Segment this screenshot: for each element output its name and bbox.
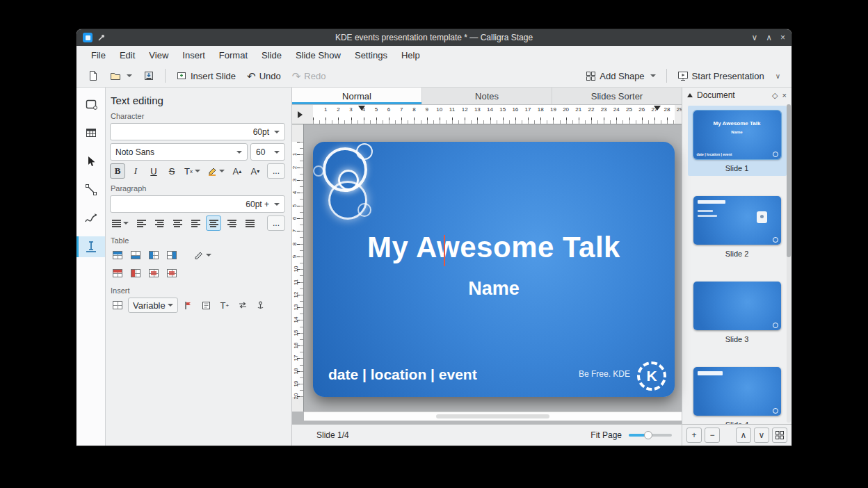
horizontal-scrollbar-thumb[interactable] (436, 414, 549, 418)
menu-edit[interactable]: Edit (113, 48, 141, 63)
underline-button[interactable]: U (146, 163, 161, 179)
new-document-button[interactable] (83, 67, 103, 84)
menu-view[interactable]: View (143, 48, 175, 63)
add-slide-button[interactable]: + (686, 428, 702, 443)
dock-scrollbar[interactable] (787, 104, 791, 423)
strikethrough-button[interactable]: S (164, 163, 179, 179)
insert-slide-button[interactable]: Insert Slide (172, 67, 240, 84)
more-paragraph-options-button[interactable]: ... (267, 215, 285, 231)
grow-font-button[interactable]: A▴ (230, 163, 245, 179)
font-family-select[interactable]: Noto Sans (110, 143, 248, 161)
basic-shape-tool[interactable] (77, 94, 105, 115)
swap-button[interactable] (235, 298, 250, 313)
highlight-color-button[interactable] (205, 163, 227, 179)
slide-title-text[interactable]: My Awesome Talk (313, 231, 675, 264)
zoom-mode-label[interactable]: Fit Page (590, 430, 622, 440)
document-dock-header[interactable]: Document ◇ × (682, 88, 791, 103)
thumbnail-slide-1[interactable]: My Awesome Talk Name date | location | e… (688, 106, 787, 176)
insert-row-below-button[interactable] (128, 247, 143, 263)
tab-slides-sorter[interactable]: Slides Sorter (552, 88, 682, 104)
delete-column-button[interactable] (128, 266, 143, 281)
freehand-path-tool[interactable] (77, 208, 105, 229)
close-button[interactable]: × (780, 33, 785, 42)
bookmark-button[interactable] (181, 298, 196, 313)
tab-notes[interactable]: Notes (422, 88, 552, 104)
slide-canvas[interactable]: 1234567891011121314151617181920 My Aweso… (292, 124, 682, 424)
font-size-select[interactable]: 60 (250, 143, 285, 161)
zoom-slider[interactable] (629, 434, 672, 437)
menu-settings[interactable]: Settings (348, 48, 394, 63)
thumbnail-slide-4[interactable]: Slide 4 (688, 362, 787, 424)
menu-help[interactable]: Help (395, 48, 426, 63)
start-presentation-button[interactable]: Start Presentation (673, 68, 769, 84)
slide-page[interactable]: My Awesome Talk Name date | location | e… (313, 142, 675, 397)
decrease-indent-button[interactable] (134, 215, 149, 231)
text-style-button[interactable]: Tx (182, 163, 202, 179)
split-cells-button[interactable] (164, 266, 179, 281)
slide-sorter-button[interactable] (772, 428, 787, 443)
undo-button[interactable]: ↶ Undo (243, 68, 285, 84)
merge-cells-button[interactable] (146, 266, 161, 281)
maximize-button[interactable]: ∧ (766, 33, 772, 42)
insert-column-left-button[interactable] (146, 247, 161, 263)
indent-marker-icon[interactable] (358, 106, 365, 111)
align-left-button[interactable] (188, 215, 203, 231)
insert-row-above-button[interactable] (110, 247, 125, 263)
align-justify-button[interactable] (242, 215, 257, 231)
more-character-options-button[interactable]: ... (267, 163, 285, 179)
special-character-button[interactable]: T+ (217, 298, 232, 313)
paragraph-style-select[interactable]: 60pt + (110, 195, 285, 213)
horizontal-scrollbar[interactable] (304, 412, 682, 421)
titlebar[interactable]: KDE events presentation template * — Cal… (77, 29, 791, 46)
tab-normal[interactable]: Normal (292, 88, 422, 104)
redo-button[interactable]: ↷ Redo (288, 68, 330, 84)
remove-slide-button[interactable]: − (705, 428, 720, 443)
menu-insert[interactable]: Insert (176, 48, 211, 63)
selection-tool[interactable] (77, 151, 105, 172)
variable-dropdown[interactable]: Variable (128, 298, 178, 313)
vertical-ruler[interactable]: 1234567891011121314151617181920 (292, 124, 304, 412)
right-indent-marker-icon[interactable] (654, 106, 661, 111)
menu-format[interactable]: Format (213, 48, 254, 63)
zoom-slider-knob[interactable] (644, 431, 652, 439)
table-border-pen-button[interactable] (192, 247, 214, 263)
horizontal-ruler[interactable]: 1234567891011121314151617181920212223242… (292, 105, 682, 124)
menu-slide[interactable]: Slide (255, 48, 288, 63)
minimize-button[interactable]: ∨ (751, 33, 757, 42)
thumbnail-slide-3[interactable]: Slide 3 (688, 277, 787, 347)
insert-column-right-button[interactable] (164, 247, 179, 263)
bullet-list-button[interactable] (170, 215, 185, 231)
italic-button[interactable]: I (128, 163, 143, 179)
align-right-button[interactable] (224, 215, 239, 231)
delete-row-button[interactable] (110, 266, 125, 281)
anchor-node-icon (256, 301, 265, 310)
slide-subtitle-text[interactable]: Name (313, 278, 675, 300)
next-slide-button[interactable]: ∨ (754, 428, 769, 443)
dock-pin-icon[interactable] (687, 93, 693, 97)
table-tool[interactable] (77, 122, 105, 143)
dock-float-icon[interactable]: ◇ (772, 92, 778, 99)
anchor-button[interactable] (253, 298, 268, 313)
menu-file[interactable]: File (85, 48, 112, 63)
save-button[interactable] (139, 67, 159, 84)
insert-variable-icon-button[interactable] (110, 298, 125, 313)
bold-button[interactable]: B (110, 163, 125, 179)
connector-tool[interactable] (77, 179, 105, 200)
previous-slide-button[interactable]: ∧ (736, 428, 751, 443)
text-tool[interactable] (77, 236, 105, 257)
text-frame-button[interactable] (199, 298, 214, 313)
thumbnail-slide-2[interactable]: Slide 2 (688, 191, 787, 261)
add-shape-button[interactable]: Add Shape (581, 68, 659, 84)
character-style-select[interactable]: 60pt (110, 123, 285, 140)
dock-close-icon[interactable]: × (782, 92, 787, 99)
menu-slide-show[interactable]: Slide Show (289, 48, 347, 63)
line-spacing-button[interactable] (110, 215, 131, 231)
align-center-button[interactable] (206, 215, 221, 231)
shrink-font-button[interactable]: A▾ (248, 163, 263, 179)
open-recent-chevron-icon[interactable] (127, 74, 132, 77)
toolbar-overflow-button[interactable]: ∨ (771, 70, 785, 83)
slide-footer-text[interactable]: date | location | event (328, 366, 477, 383)
increase-indent-button[interactable] (152, 215, 167, 231)
open-document-button[interactable] (106, 67, 136, 84)
dock-scrollbar-thumb[interactable] (787, 104, 791, 257)
